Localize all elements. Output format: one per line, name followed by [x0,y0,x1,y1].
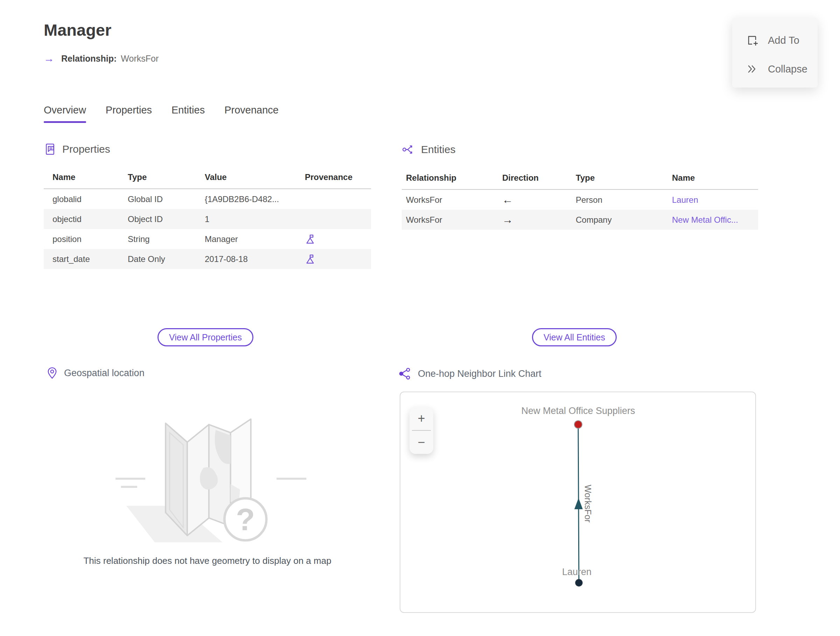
entities-table-body: WorksFor←PersonLaurenWorksFor→CompanyNew… [402,190,758,230]
link-chart-svg: WorksFor New Metal Office Suppliers Laur… [400,392,755,612]
entities-relationship-icon [402,143,415,156]
property-row: objectidObject ID1 [44,209,371,229]
properties-section-header: Properties [44,143,371,155]
entity-row: WorksFor←PersonLauren [402,190,758,210]
edge-arrow-icon [574,498,583,509]
node-person[interactable] [575,579,583,586]
entity-relationship-cell: WorksFor [402,215,502,225]
entity-name-link[interactable]: New Metal Offic... [672,215,738,225]
actions-panel: Add To Collapse [732,17,818,87]
tab-entities[interactable]: Entities [172,104,205,123]
property-row: globalidGlobal ID{1A9DB2B6-D482... [44,189,371,209]
entity-relationship-cell: WorksFor [402,195,502,205]
zoom-in-button[interactable]: + [409,407,433,430]
svg-text:?: ? [236,502,255,537]
edge-label: WorksFor [583,485,593,522]
property-type-cell: Global ID [128,195,205,204]
link-chart-icon [398,367,412,380]
collapse-double-chevron-icon [745,62,759,76]
properties-section: Properties Name Type Value Provenance gl… [44,143,371,269]
breadcrumb: → Relationship: WorksFor [44,53,159,64]
properties-document-icon [44,143,56,155]
geospatial-section-header: Geospatial location [47,367,145,379]
col-header-name: Name [672,173,758,183]
properties-table-body: globalidGlobal ID{1A9DB2B6-D482...object… [44,189,371,269]
zoom-control: + − [409,407,433,454]
entity-type-cell: Company [576,215,672,225]
entity-row: WorksFor→CompanyNew Metal Offic... [402,210,758,230]
properties-table-header: Name Type Value Provenance [44,168,371,189]
col-header-provenance: Provenance [303,172,371,182]
node-company[interactable] [574,421,582,428]
collapse-label: Collapse [768,63,807,75]
map-pin-icon [47,367,58,379]
entity-name-link[interactable]: Lauren [672,195,698,205]
entities-section: Entities Relationship Direction Type Nam… [402,143,758,230]
col-header-name: Name [44,172,128,182]
relationship-arrow-icon: → [44,53,54,64]
tab-provenance[interactable]: Provenance [224,104,279,123]
property-row: start_dateDate Only2017-08-18 [44,249,371,269]
empty-map-illustration: ? [106,403,309,552]
col-header-type: Type [576,173,672,183]
entity-type-cell: Person [576,195,672,205]
property-type-cell: Object ID [128,214,205,224]
link-chart-canvas[interactable]: WorksFor New Metal Office Suppliers Laur… [400,392,756,613]
provenance-flag-icon [305,234,315,244]
entities-table-header: Relationship Direction Type Name [402,168,758,190]
property-type-cell: Date Only [128,254,205,264]
entity-name-cell: Lauren [672,195,758,205]
property-provenance-cell [303,254,371,264]
tab-bar: Overview Properties Entities Provenance [44,104,279,123]
col-header-type: Type [128,172,205,182]
col-header-value: Value [205,172,303,182]
property-name-cell: position [44,234,128,244]
relationship-value: WorksFor [121,54,159,64]
geospatial-section-title: Geospatial location [64,368,145,378]
node-label-company: New Metal Office Suppliers [521,405,635,416]
property-name-cell: objectid [44,214,128,224]
property-name-cell: globalid [44,195,128,204]
property-provenance-cell [303,234,371,244]
entity-name-cell: New Metal Offic... [672,215,758,225]
add-to-label: Add To [768,35,799,46]
collapse-button[interactable]: Collapse [745,58,818,80]
col-header-direction: Direction [502,173,576,183]
property-value-cell: {1A9DB2B6-D482... [205,195,303,204]
view-all-entities-button[interactable]: View All Entities [532,328,617,346]
property-row: positionStringManager [44,229,371,249]
relationship-detail-page: Manager → Relationship: WorksFor Add To … [0,0,840,636]
node-label-person: Lauren [562,566,592,577]
property-name-cell: start_date [44,254,128,264]
link-chart-section-header: One-hop Neighbor Link Chart [398,367,542,380]
entities-section-title: Entities [421,144,455,155]
link-chart-section-title: One-hop Neighbor Link Chart [418,369,542,379]
relationship-label: Relationship: [61,54,117,64]
tab-properties[interactable]: Properties [106,104,152,123]
entity-direction-cell: → [502,214,576,226]
property-value-cell: Manager [205,234,303,244]
col-header-relationship: Relationship [402,173,502,183]
add-to-icon [745,33,759,47]
provenance-flag-icon [305,254,315,264]
property-type-cell: String [128,234,205,244]
entity-direction-cell: ← [502,194,576,206]
page-title: Manager [44,20,111,40]
add-to-button[interactable]: Add To [745,29,818,51]
properties-section-title: Properties [62,143,110,155]
tab-overview[interactable]: Overview [44,104,86,123]
property-value-cell: 2017-08-18 [205,254,303,264]
map-placeholder: ? [44,403,371,553]
property-value-cell: 1 [205,214,303,224]
geometry-empty-message: This relationship does not have geometry… [44,555,371,566]
view-all-properties-button[interactable]: View All Properties [158,328,253,346]
zoom-out-button[interactable]: − [409,431,433,454]
entities-section-header: Entities [402,143,758,156]
